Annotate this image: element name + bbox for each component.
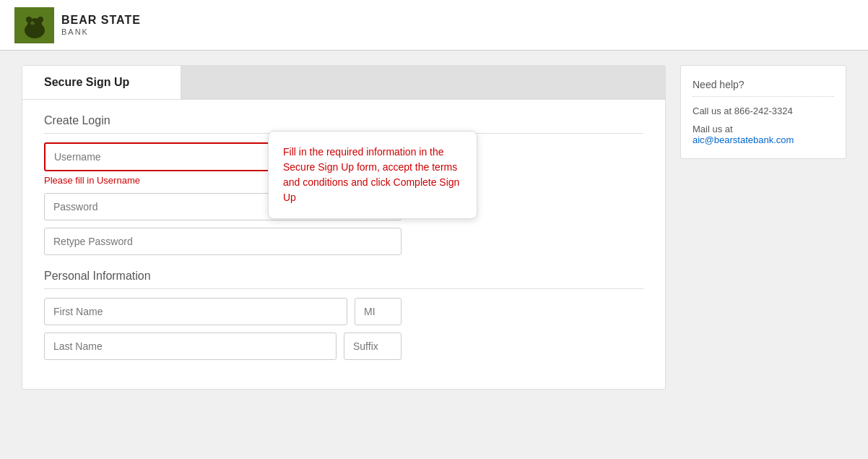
sidebar-call-label: Call us at: [693, 106, 732, 116]
tab-inactive: [181, 66, 665, 99]
logo-icon: [14, 7, 54, 43]
form-container: Fill in the required information in the …: [22, 65, 666, 390]
bear-logo-svg: [17, 9, 53, 42]
suffix-input[interactable]: [344, 333, 402, 360]
retype-password-input[interactable]: [44, 228, 402, 255]
last-name-row: [44, 333, 402, 360]
main-content: Fill in the required information in the …: [0, 51, 868, 404]
svg-point-4: [38, 17, 43, 22]
personal-info-section: Personal Information: [44, 270, 643, 360]
tab-secure-signup[interactable]: Secure Sign Up: [22, 66, 181, 99]
sidebar-email-line: Mail us at aic@bearstatebank.com: [693, 124, 834, 145]
logo-text: BEAR STATE BANK: [61, 13, 141, 36]
tooltip-text: Fill in the required information in the …: [283, 146, 459, 203]
svg-point-5: [30, 21, 35, 25]
sidebar-phone-number: 866-242-3324: [734, 106, 793, 116]
header: BEAR STATE BANK: [0, 0, 868, 51]
sidebar-email-link[interactable]: aic@bearstatebank.com: [693, 134, 794, 145]
logo-subtitle: BANK: [61, 27, 141, 37]
sidebar-mail-label: Mail us at: [693, 124, 733, 134]
last-name-input[interactable]: [44, 333, 337, 360]
logo-title: BEAR STATE: [61, 13, 141, 27]
first-name-row: [44, 298, 402, 325]
tooltip-bubble: Fill in the required information in the …: [268, 131, 477, 219]
sidebar-need-help: Need help?: [693, 79, 834, 97]
mi-input[interactable]: [355, 298, 402, 325]
tab-bar: Secure Sign Up: [22, 66, 665, 100]
svg-point-3: [26, 17, 32, 22]
personal-info-title: Personal Information: [44, 270, 643, 289]
logo-container: BEAR STATE BANK: [14, 7, 141, 43]
first-name-input[interactable]: [44, 298, 347, 325]
sidebar: Need help? Call us at 866-242-3324 Mail …: [680, 65, 846, 159]
sidebar-phone-line: Call us at 866-242-3324: [693, 106, 834, 116]
